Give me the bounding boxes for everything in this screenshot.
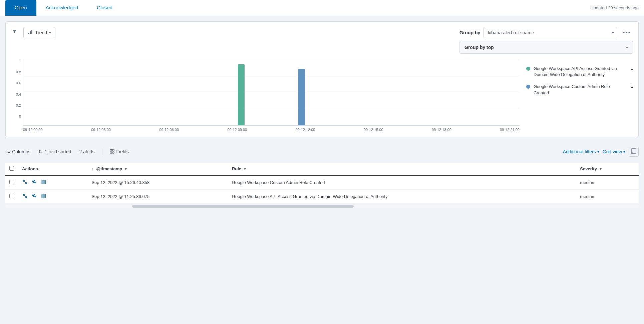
tab-bar: Open Acknowledged Closed Updated 29 seco… (0, 0, 644, 16)
grid-view-button[interactable]: Grid view ▾ (603, 149, 625, 154)
row-rule: Google Workspace API Access Granted via … (228, 190, 576, 204)
legend-count-1: 1 (631, 84, 633, 89)
row-rule: Google Workspace Custom Admin Role Creat… (228, 175, 576, 190)
chart-plot (23, 59, 520, 126)
rule-col-label: Rule (232, 166, 241, 171)
rule-chevron-icon: ▾ (244, 167, 246, 171)
x-label-0: 09-12 00:00 (23, 128, 43, 132)
fields-button[interactable]: Fields (108, 148, 131, 156)
investigate-button[interactable] (31, 179, 37, 186)
x-label-3: 09-12 09:00 (228, 128, 247, 132)
table-toolbar: ≡ Columns ⇅ 1 field sorted 2 alerts (5, 144, 639, 159)
svg-rect-5 (110, 152, 112, 153)
x-label-5: 09-12 15:00 (364, 128, 383, 132)
trend-icon (28, 29, 33, 36)
y-label-08: 0.8 (16, 70, 21, 74)
bar-slot-2 (151, 59, 210, 125)
legend-label-1: Google Workspace Custom Admin Role Creat… (534, 84, 625, 96)
toolbar-separator (102, 148, 102, 155)
svg-rect-15 (44, 182, 46, 184)
expand-row-button[interactable] (22, 179, 28, 186)
svg-line-18 (33, 195, 34, 196)
columns-icon: ≡ (7, 149, 10, 154)
svg-rect-0 (28, 33, 29, 34)
fields-icon (110, 149, 114, 155)
collapse-button[interactable]: ▾ (11, 27, 18, 36)
header-timestamp[interactable]: ↓ @timestamp ▾ (87, 163, 228, 175)
expand-button[interactable] (629, 147, 639, 157)
svg-rect-21 (44, 194, 46, 196)
bar-slot-1 (90, 59, 149, 125)
columns-label: Columns (12, 149, 30, 154)
trend-label: Trend (35, 30, 47, 35)
scrollbar-thumb[interactable] (132, 205, 354, 208)
bar-slot-6 (393, 59, 452, 125)
y-label-04: 0.4 (16, 92, 21, 96)
header-rule[interactable]: Rule ▾ (228, 163, 576, 175)
svg-rect-1 (30, 31, 31, 34)
group-by-row: Group by kibana.alert.rule.name ▾ ••• (459, 27, 633, 38)
update-timestamp: Updated 29 seconds ago (590, 5, 639, 10)
additional-filters-label: Additional filters (563, 149, 596, 154)
row-actions (18, 175, 87, 190)
more-actions-button[interactable] (41, 193, 47, 200)
more-options-button[interactable]: ••• (621, 28, 633, 38)
tab-open[interactable]: Open (5, 0, 36, 16)
group-by-top-row[interactable]: Group by top ▾ (459, 41, 633, 54)
svg-rect-23 (44, 196, 46, 198)
group-by-top-label: Group by top (464, 45, 494, 50)
bar-slot-7 (454, 59, 513, 125)
svg-rect-14 (42, 182, 43, 184)
svg-line-10 (33, 181, 34, 182)
row-actions (18, 190, 87, 204)
group-controls: Group by kibana.alert.rule.name ▾ ••• Gr… (459, 27, 633, 54)
row-severity: medium (576, 190, 639, 204)
svg-rect-20 (42, 194, 43, 196)
legend-dot-blue (526, 85, 530, 89)
x-label-4: 09-12 12:00 (296, 128, 315, 132)
y-label-1: 1 (19, 59, 21, 63)
x-label-6: 09-12 18:00 (432, 128, 451, 132)
tab-closed[interactable]: Closed (87, 0, 122, 16)
timestamp-sort-icon: ↓ (91, 166, 94, 171)
investigate-button[interactable] (31, 193, 37, 200)
sort-icon: ⇅ (38, 149, 42, 154)
grid-view-chevron-icon: ▾ (623, 150, 625, 154)
toolbar-right: Additional filters ▾ Grid view ▾ (563, 147, 639, 157)
actions-col-label: Actions (22, 166, 38, 171)
row-checkbox[interactable] (9, 194, 14, 198)
fields-label: Fields (116, 149, 129, 154)
table-row: Sep 12, 2022 @ 11:25:36.075 Google Works… (5, 190, 639, 204)
chart-header: ▾ Trend ▾ Group b (11, 27, 633, 54)
alerts-count: 2 alerts (77, 148, 97, 156)
bar-green (238, 64, 245, 125)
horizontal-scrollbar[interactable] (5, 205, 639, 208)
chart-card: ▾ Trend ▾ Group b (5, 21, 639, 137)
group-by-select[interactable]: kibana.alert.rule.name (484, 27, 617, 38)
y-label-06: 0.6 (16, 81, 21, 85)
bar-slot-3 (212, 59, 271, 125)
alerts-table: Actions ↓ @timestamp ▾ Rule ▾ Severity ▾ (5, 163, 639, 204)
row-checkbox[interactable] (9, 180, 14, 184)
additional-filters-button[interactable]: Additional filters ▾ (563, 149, 599, 154)
trend-button[interactable]: Trend ▾ (23, 27, 55, 38)
select-all-checkbox[interactable] (9, 166, 14, 171)
header-severity[interactable]: Severity ▾ (576, 163, 639, 175)
tab-acknowledged[interactable]: Acknowledged (36, 0, 88, 16)
more-actions-button[interactable] (41, 179, 47, 186)
legend-dot-green (526, 67, 530, 71)
table-header: Actions ↓ @timestamp ▾ Rule ▾ Severity ▾ (5, 163, 639, 175)
legend-label-0: Google Workspace API Access Granted via … (534, 66, 625, 78)
expand-row-button[interactable] (22, 193, 28, 200)
chart-area: 1 0.8 0.6 0.4 0.2 0 (11, 59, 520, 132)
page-wrapper: Open Acknowledged Closed Updated 29 seco… (0, 0, 644, 324)
table-row: Sep 12, 2022 @ 15:26:40.358 Google Works… (5, 175, 639, 190)
row-severity: medium (576, 175, 639, 190)
row-timestamp: Sep 12, 2022 @ 11:25:36.075 (87, 190, 228, 204)
columns-button[interactable]: ≡ Columns (5, 148, 32, 156)
bars-container (23, 59, 520, 125)
severity-col-label: Severity (580, 166, 597, 171)
x-label-1: 09-12 03:00 (91, 128, 111, 132)
group-by-top-chevron-icon: ▾ (626, 45, 628, 50)
sort-button[interactable]: ⇅ 1 field sorted (36, 148, 73, 156)
